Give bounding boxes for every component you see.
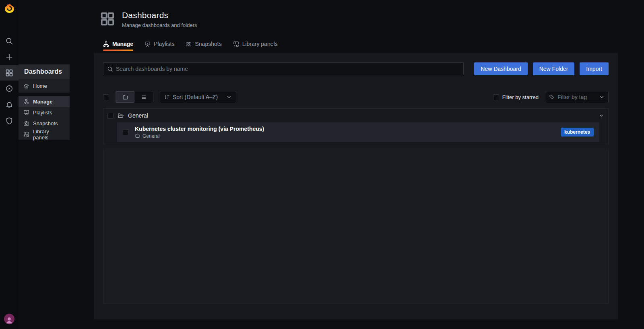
dashboards-flyout-menu: Dashboards Home Manage Playlists: [19, 64, 70, 140]
sitemap-icon: [23, 99, 29, 105]
tab-playlists[interactable]: Playlists: [144, 41, 174, 51]
header-buttons: New Dashboard New Folder Import: [474, 62, 609, 75]
chevron-down-icon[interactable]: [599, 113, 604, 118]
sidebar-item-search[interactable]: [0, 33, 19, 49]
folder-view-button[interactable]: [116, 91, 134, 103]
flyout-item-label: Snapshots: [33, 120, 58, 126]
search-icon: [5, 37, 13, 45]
page-subtitle: Manage dashboards and folders: [122, 22, 197, 28]
flyout-item-manage[interactable]: Manage: [19, 96, 70, 107]
filter-by-tag-dropdown[interactable]: Filter by tag: [545, 91, 609, 103]
tag-filter-placeholder: Filter by tag: [557, 94, 596, 100]
starred-label: Filter by starred: [502, 94, 539, 100]
list-icon: [141, 94, 147, 100]
empty-results-area: [103, 149, 609, 304]
dashboard-info: Kubernetes cluster monitoring (via Prome…: [135, 126, 264, 139]
search-icon: [107, 66, 113, 72]
new-dashboard-button[interactable]: New Dashboard: [474, 62, 527, 75]
page-title: Dashboards: [122, 10, 197, 20]
shield-icon: [5, 117, 13, 125]
dashboards-grid-icon: [100, 11, 115, 27]
sidebar-item-alerting[interactable]: [0, 97, 19, 113]
folder-icon: [122, 94, 128, 100]
library-panel-icon: [233, 41, 239, 47]
sort-dropdown[interactable]: Sort (Default A–Z): [160, 91, 236, 103]
flyout-group-manage: Manage Playlists Snapshots Library panel…: [19, 96, 70, 140]
folder-name: General: [128, 112, 148, 119]
sort-label: Sort (Default A–Z): [173, 94, 218, 100]
sidebar-item-explore[interactable]: [0, 81, 19, 97]
user-avatar[interactable]: [4, 314, 14, 324]
flyout-title: Dashboards: [24, 68, 62, 75]
sidebar-item-dashboards[interactable]: [0, 65, 19, 81]
flyout-divider: [19, 93, 70, 96]
flyout-item-snapshots[interactable]: Snapshots: [19, 118, 70, 129]
page-header: Dashboards Manage dashboards and folders: [100, 10, 197, 28]
flyout-item-label: Manage: [33, 99, 52, 105]
search-input[interactable]: [116, 66, 460, 72]
manage-dashboards-panel: New Dashboard New Folder Import: [94, 53, 618, 319]
dashboard-checkbox[interactable]: [123, 129, 129, 135]
tab-label: Manage: [112, 41, 133, 47]
plus-icon: [5, 53, 13, 61]
sort-amount-icon: [164, 94, 170, 100]
tag-badge-kubernetes[interactable]: kubernetes: [561, 128, 594, 137]
dashboard-search[interactable]: [103, 62, 464, 75]
flyout-item-playlists[interactable]: Playlists: [19, 107, 70, 118]
tab-label: Snapshots: [195, 41, 221, 47]
folder-checkbox[interactable]: [107, 113, 114, 119]
flyout-header[interactable]: Dashboards: [19, 64, 70, 79]
filter-by-starred[interactable]: Filter by starred: [493, 94, 539, 100]
home-icon: [23, 83, 29, 89]
grafana-logo-icon: [4, 3, 15, 14]
dashboards-grid-icon: [5, 69, 13, 77]
nav-sidebar: [0, 0, 19, 329]
tag-icon: [549, 94, 555, 100]
folder-section-general: General Kubernetes cluster monitoring (v…: [103, 108, 609, 144]
page-header-text: Dashboards Manage dashboards and folders: [122, 10, 197, 28]
library-panel-icon: [23, 131, 29, 137]
tab-label: Playlists: [154, 41, 174, 47]
import-button[interactable]: Import: [580, 62, 609, 75]
folder-open-icon: [118, 112, 124, 119]
avatar-person-icon: [5, 316, 13, 324]
new-folder-button[interactable]: New Folder: [533, 62, 575, 75]
page-tabs: Manage Playlists Snapshots Library panel…: [103, 41, 278, 51]
tab-library-panels[interactable]: Library panels: [233, 41, 278, 51]
dashboard-folder-label: General: [142, 133, 160, 139]
flyout-item-label: Playlists: [33, 110, 52, 116]
folder-icon: [135, 133, 140, 139]
tab-label: Library panels: [242, 41, 278, 47]
actions-row: Sort (Default A–Z) Filter by starred Fil…: [103, 91, 609, 103]
dashboard-folder: General: [135, 133, 264, 139]
sidebar-bottom: [4, 314, 14, 324]
list-view-button[interactable]: [134, 91, 153, 103]
presentation-icon: [144, 41, 151, 47]
camera-icon: [23, 120, 29, 126]
grafana-logo[interactable]: [0, 0, 19, 16]
sidebar-item-admin[interactable]: [0, 113, 19, 129]
search-row: New Dashboard New Folder Import: [103, 62, 609, 75]
tab-manage[interactable]: Manage: [103, 41, 133, 51]
sidebar-item-create[interactable]: [0, 49, 19, 65]
bell-icon: [5, 101, 13, 109]
folder-section-header[interactable]: General: [103, 109, 608, 122]
compass-icon: [5, 85, 13, 93]
sidebar-icon-list: [0, 33, 19, 129]
tab-snapshots[interactable]: Snapshots: [186, 41, 221, 51]
sitemap-icon: [103, 41, 109, 47]
chevron-down-icon: [226, 94, 232, 100]
select-all-checkbox[interactable]: [103, 94, 109, 100]
camera-icon: [186, 41, 192, 47]
flyout-item-library-panels[interactable]: Library panels: [19, 129, 70, 140]
dashboard-list-item[interactable]: Kubernetes cluster monitoring (via Prome…: [117, 122, 599, 142]
starred-checkbox[interactable]: [493, 94, 499, 100]
view-toggle-group: [116, 91, 153, 103]
chevron-down-icon: [599, 94, 605, 100]
presentation-icon: [23, 110, 29, 116]
dashboard-title[interactable]: Kubernetes cluster monitoring (via Prome…: [135, 126, 264, 132]
flyout-item-home[interactable]: Home: [19, 79, 70, 93]
flyout-group-top: Home: [19, 79, 70, 93]
right-filters: Filter by starred Filter by tag: [493, 91, 609, 103]
flyout-item-label: Library panels: [33, 128, 65, 141]
